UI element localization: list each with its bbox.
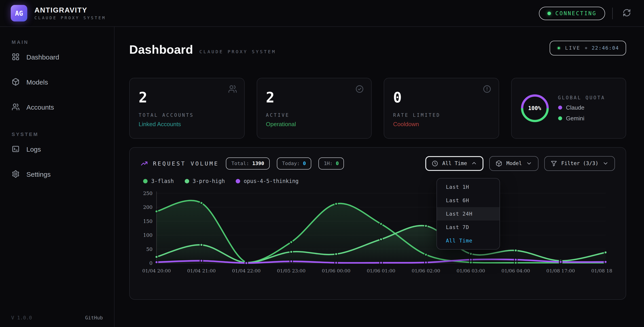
sidebar-spacer	[7, 64, 107, 74]
svg-text:100: 100	[143, 232, 152, 238]
sidebar-item-label: Dashboard	[26, 53, 59, 60]
sidebar: MAIN Dashboard Models Accounts SYSTEM	[0, 27, 114, 327]
github-link[interactable]: GitHub	[85, 315, 103, 321]
time-range-label: All Time	[442, 160, 467, 166]
series-dot-icon	[236, 179, 240, 184]
refresh-button[interactable]	[620, 6, 633, 20]
legend-item-3-pro-high[interactable]: 3-pro-high	[184, 178, 225, 184]
hour-requests-chip: 1H: 0	[318, 157, 344, 169]
menu-item-last-7d[interactable]: Last 7D	[437, 220, 500, 234]
svg-text:01/06 02:00: 01/06 02:00	[412, 268, 440, 274]
legend-label: 3-pro-high	[192, 178, 225, 184]
quota-percent: 100%	[520, 93, 550, 124]
model-filter-label: Model	[506, 160, 522, 166]
menu-item-last-24h[interactable]: Last 24H	[437, 207, 500, 220]
terminal-icon	[12, 145, 20, 153]
stat-subtext: Cooldown	[393, 121, 490, 128]
sidebar-item-label: Logs	[26, 145, 41, 153]
connection-status-badge: CONNECTING	[539, 6, 605, 20]
sidebar-item-label: Settings	[26, 170, 50, 178]
menu-item-last-6h[interactable]: Last 6H	[437, 194, 500, 207]
chip-value: 1390	[252, 160, 264, 166]
version-label: V 1.0.0	[11, 315, 32, 321]
app-window: AG ANTIGRAVITY CLAUDE PROXY SYSTEM CONNE…	[0, 0, 644, 327]
sidebar-item-accounts[interactable]: Accounts	[7, 99, 107, 114]
quota-legend-gemini: Gemini	[558, 115, 605, 122]
cube-icon	[12, 78, 20, 86]
sidebar-item-label: Accounts	[26, 103, 54, 111]
legend-label: 3-flash	[151, 178, 174, 184]
chip-value: 0	[303, 160, 306, 166]
stat-card-rate-limited: 0 RATE LIMITED Cooldown	[384, 78, 499, 139]
quota-legend: GLOBAL QUOTA Claude Gemini	[558, 95, 605, 122]
chip-label: Total:	[232, 160, 249, 166]
svg-text:01/04 21:00: 01/04 21:00	[187, 268, 216, 274]
clock-icon	[432, 160, 438, 167]
gear-icon	[12, 170, 20, 178]
users-icon	[228, 84, 237, 95]
cube-icon	[496, 160, 502, 167]
stat-value: 2	[139, 89, 235, 106]
app-subtitle: CLAUDE PROXY SYSTEM	[34, 16, 106, 20]
stat-card-total-accounts: 2 TOTAL ACCOUNTS Linked Accounts	[129, 78, 244, 139]
refresh-icon	[622, 8, 631, 18]
svg-text:01/04 22:00: 01/04 22:00	[232, 268, 261, 274]
sidebar-item-settings[interactable]: Settings	[7, 166, 107, 182]
svg-text:250: 250	[143, 190, 152, 196]
sidebar-item-logs[interactable]: Logs	[7, 141, 107, 156]
chart-title: REQUEST VOLUME	[140, 160, 219, 167]
chart-controls: All Time Model	[425, 156, 615, 171]
request-volume-chart: 05010015020025001/04 20:0001/04 21:0001/…	[140, 187, 615, 281]
stat-label: ACTIVE	[266, 112, 362, 118]
claude-dot-icon	[558, 106, 562, 110]
menu-item-all-time[interactable]: All Time	[437, 234, 500, 247]
sidebar-section-system: SYSTEM	[12, 132, 107, 137]
stat-cards-row: 2 TOTAL ACCOUNTS Linked Accounts 2 ACTIV…	[129, 78, 626, 139]
stat-value: 0	[393, 89, 490, 106]
legend-item-3-flash[interactable]: 3-flash	[143, 178, 174, 184]
sidebar-item-dashboard[interactable]: Dashboard	[7, 49, 107, 64]
time-range-button[interactable]: All Time	[425, 156, 484, 171]
svg-text:0: 0	[149, 260, 152, 266]
svg-text:01/06 00:00: 01/06 00:00	[322, 268, 350, 274]
sidebar-spacer	[7, 90, 107, 99]
page-header: Dashboard CLAUDE PROXY SYSTEM LIVE 22:46…	[129, 43, 626, 57]
live-clock: 22:46:04	[592, 45, 619, 51]
trending-up-icon	[140, 160, 148, 167]
chevron-down-icon	[602, 160, 609, 166]
svg-text:150: 150	[143, 218, 152, 224]
stat-subtext: Operational	[266, 121, 362, 128]
svg-text:01/06 03:00: 01/06 03:00	[456, 268, 485, 274]
model-filter-button[interactable]: Model	[490, 156, 538, 171]
quota-legend-claude: Claude	[558, 104, 605, 111]
menu-item-last-1h[interactable]: Last 1H	[437, 180, 500, 194]
chip-value: 0	[336, 160, 339, 166]
chart-title-text: REQUEST VOLUME	[153, 160, 219, 167]
brand: ANTIGRAVITY CLAUDE PROXY SYSTEM	[34, 6, 106, 20]
svg-text:01/04 20:00: 01/04 20:00	[142, 268, 171, 274]
sidebar-item-label: Models	[26, 78, 48, 86]
stat-label: RATE LIMITED	[393, 112, 490, 118]
stat-subtext: Linked Accounts	[139, 121, 235, 128]
sidebar-spacer	[7, 114, 107, 128]
quota-legend-label: Gemini	[566, 115, 584, 122]
live-label: LIVE	[565, 45, 580, 51]
page-subtitle: CLAUDE PROXY SYSTEM	[200, 49, 276, 54]
quota-ring: 100%	[520, 93, 550, 124]
app-logo-text: AG	[15, 9, 23, 17]
topbar-divider	[612, 8, 613, 19]
chevron-down-icon	[526, 160, 532, 166]
funnel-icon	[550, 160, 557, 167]
gemini-dot-icon	[558, 116, 562, 120]
live-status-badge: LIVE 22:46:04	[550, 41, 626, 56]
svg-text:01/08 17:00: 01/08 17:00	[546, 268, 575, 274]
legend-item-opus[interactable]: opus-4-5-thinking	[236, 178, 299, 184]
stat-label: TOTAL ACCOUNTS	[139, 112, 235, 118]
sidebar-footer: V 1.0.0 GitHub	[7, 315, 107, 321]
topbar: AG ANTIGRAVITY CLAUDE PROXY SYSTEM CONNE…	[0, 0, 644, 27]
sidebar-item-models[interactable]: Models	[7, 74, 107, 90]
time-range-dropdown: Last 1H Last 6H Last 24H Last 7D All Tim…	[436, 178, 500, 250]
chevron-up-icon	[471, 160, 478, 166]
svg-text:01/06 01:00: 01/06 01:00	[367, 268, 395, 274]
filter-button[interactable]: Filter (3/3)	[544, 156, 615, 171]
